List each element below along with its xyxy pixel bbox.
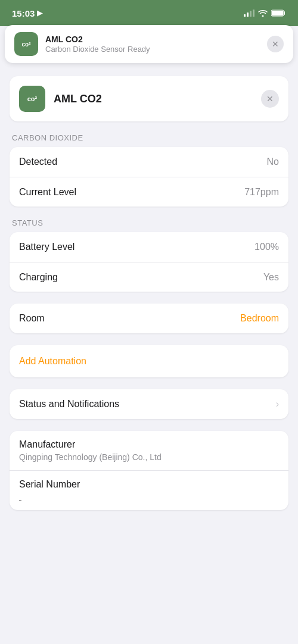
serial-number-value	[19, 492, 279, 502]
battery-value: 100%	[254, 242, 279, 252]
add-automation-label: Add Automation	[19, 356, 86, 366]
device-icon-label: co²	[27, 95, 38, 102]
status-bar-time: 15:03 ▶	[12, 8, 42, 18]
carbon-dioxide-card: Detected No Current Level 717ppm	[10, 147, 288, 207]
device-close-button[interactable]: ✕	[261, 90, 279, 108]
room-value: Bedroom	[240, 313, 279, 324]
notification-subtitle: Carbon Dioxide Sensor Ready	[45, 45, 267, 54]
serial-number-row: Serial Number	[10, 470, 288, 510]
wifi-icon	[258, 10, 268, 17]
device-icon: co²	[19, 86, 45, 112]
table-row: Current Level 717ppm	[10, 177, 288, 207]
battery-label: Battery Level	[19, 242, 74, 252]
manufacturer-value: Qingping Technology (Beijing) Co., Ltd	[19, 452, 279, 462]
detected-value: No	[267, 157, 279, 167]
notification-close-button[interactable]: ✕	[267, 36, 284, 52]
svg-rect-0	[244, 14, 246, 17]
device-name: AML CO2	[54, 93, 261, 105]
room-card[interactable]: Room Bedroom	[10, 304, 288, 333]
carbon-dioxide-section: CARBON DIOXIDE Detected No Current Level…	[10, 133, 288, 207]
table-row: Detected No	[10, 147, 288, 177]
manufacturer-label: Manufacturer	[19, 439, 279, 450]
charging-label: Charging	[19, 272, 58, 283]
time-label: 15:03	[12, 8, 35, 18]
status-bar-icons	[244, 10, 286, 17]
room-row[interactable]: Room Bedroom	[10, 304, 288, 333]
svg-rect-2	[250, 11, 252, 17]
current-level-label: Current Level	[19, 187, 76, 198]
current-level-value: 717ppm	[244, 187, 279, 198]
status-notifications-card[interactable]: Status and Notifications ›	[10, 389, 288, 419]
info-card: Manufacturer Qingping Technology (Beijin…	[10, 431, 288, 510]
svg-rect-3	[253, 10, 254, 17]
status-section: STATUS Battery Level 100% Charging Yes	[10, 218, 288, 292]
signal-icon	[244, 10, 254, 17]
notifications-row[interactable]: Status and Notifications ›	[10, 389, 288, 419]
status-card: Battery Level 100% Charging Yes	[10, 232, 288, 292]
room-label: Room	[19, 313, 45, 324]
table-row: Charging Yes	[10, 262, 288, 292]
battery-icon	[271, 10, 286, 17]
notification-app-icon: co²	[14, 32, 38, 56]
device-header-card: co² AML CO2 ✕	[10, 76, 288, 121]
svg-rect-1	[247, 12, 249, 17]
main-content: co² AML CO2 ✕ CARBON DIOXIDE Detected No…	[0, 64, 298, 522]
notification-icon-label: co²	[22, 41, 31, 48]
manufacturer-row: Manufacturer Qingping Technology (Beijin…	[10, 431, 288, 470]
serial-number-label: Serial Number	[19, 479, 279, 490]
status-section-label: STATUS	[10, 218, 288, 227]
svg-rect-5	[272, 11, 283, 15]
charging-value: Yes	[263, 272, 279, 283]
notifications-label: Status and Notifications	[19, 399, 119, 409]
chevron-right-icon: ›	[276, 399, 279, 409]
table-row: Battery Level 100%	[10, 232, 288, 262]
notification-banner: co² AML CO2 Carbon Dioxide Sensor Ready …	[5, 25, 293, 63]
notification-text-area: AML CO2 Carbon Dioxide Sensor Ready	[45, 35, 267, 54]
carbon-dioxide-section-label: CARBON DIOXIDE	[10, 133, 288, 142]
detected-label: Detected	[19, 157, 57, 167]
add-automation-card[interactable]: Add Automation	[10, 345, 288, 377]
notification-title: AML CO2	[45, 35, 267, 44]
location-icon: ▶	[37, 9, 42, 17]
status-bar: 15:03 ▶	[0, 0, 298, 26]
